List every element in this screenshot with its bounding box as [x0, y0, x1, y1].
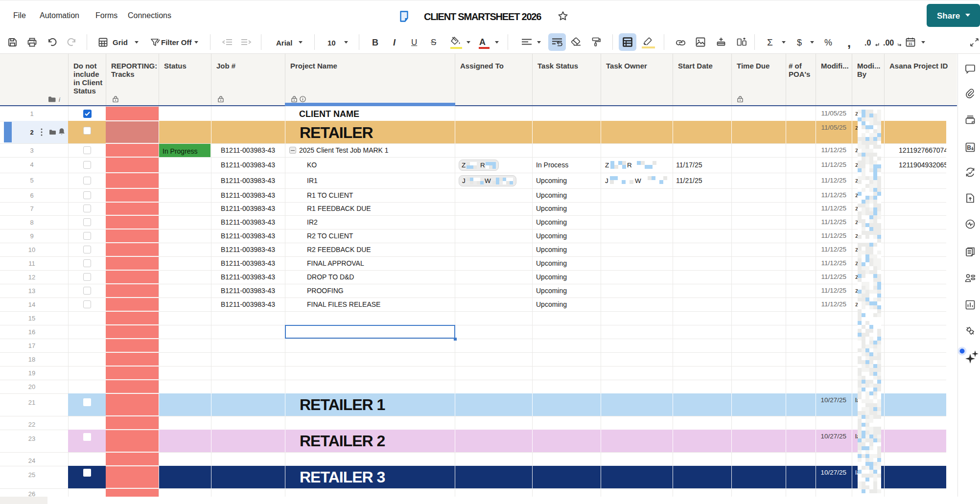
svg-text:31: 31: [909, 42, 912, 46]
svg-text:B: B: [967, 144, 971, 151]
